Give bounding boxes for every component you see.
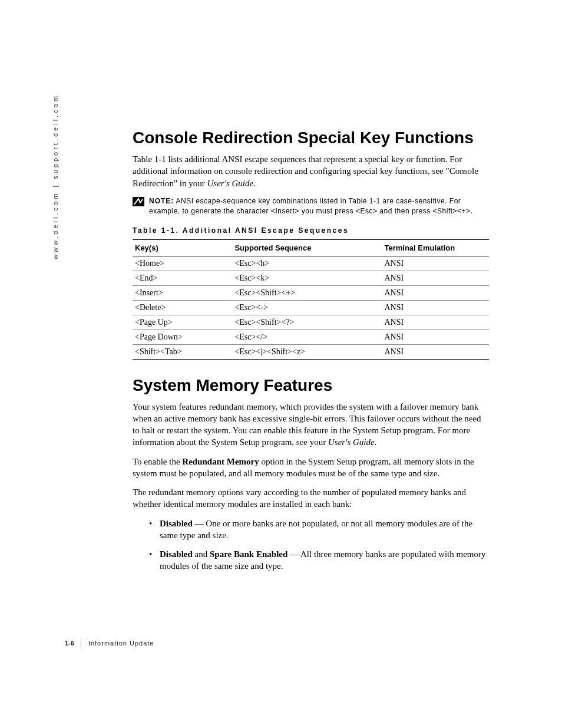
memory-p1-suffix: . (375, 437, 377, 447)
memory-p1-italic: User's Guide (328, 437, 375, 447)
table-cell: <Esc></> (232, 330, 382, 344)
table-cell: <Esc><|><Shift><z> (232, 344, 382, 359)
memory-p2-prefix: To enable the (133, 457, 182, 466)
table-row: <End><Esc><k>ANSI (133, 271, 489, 285)
table-cell: <Delete> (133, 300, 232, 315)
table-row: <Insert><Esc><Shift><+>ANSI (133, 285, 489, 300)
table-row: <Delete><Esc><->ANSI (133, 300, 489, 315)
bullet-bold: Disabled (160, 519, 193, 528)
table-cell: <Insert> (133, 285, 232, 300)
table-cell: <Esc><h> (232, 256, 382, 271)
table-cell: ANSI (382, 271, 489, 285)
note-body: ANSI escape-sequence key combinations li… (149, 197, 472, 215)
table-row: <Page Down><Esc></>ANSI (133, 330, 489, 344)
th-emulation: Terminal Emulation (382, 239, 489, 256)
memory-p2-bold: Redundant Memory (182, 457, 259, 466)
note-label: NOTE: (149, 197, 174, 205)
table-row: <Shift><Tab><Esc><|><Shift><z>ANSI (133, 344, 489, 359)
th-keys: Key(s) (133, 239, 232, 256)
table-header-row: Key(s) Supported Sequence Terminal Emula… (133, 239, 489, 256)
table-cell: ANSI (382, 315, 489, 330)
bullet-text: and (193, 549, 210, 559)
intro-text-prefix: Table 1-1 lists additional ANSI escape s… (133, 154, 478, 188)
escape-sequence-table: Key(s) Supported Sequence Terminal Emula… (133, 239, 489, 360)
table-cell: <Esc><Shift><+> (232, 285, 382, 300)
page-number: 1-6 (65, 640, 74, 647)
memory-p3: The redundant memory options vary accord… (133, 486, 489, 510)
bullet-bold: Disabled (160, 549, 193, 559)
intro-paragraph: Table 1-1 lists additional ANSI escape s… (133, 153, 489, 189)
table-cell: <Home> (133, 256, 232, 271)
footer-separator: | (80, 640, 82, 647)
note-block: NOTE: ANSI escape-sequence key combinati… (133, 196, 489, 217)
memory-p1-prefix: Your system features redundant memory, w… (133, 402, 481, 447)
table-cell: <Esc><-> (232, 300, 382, 315)
intro-text-italic: User's Guide (207, 179, 254, 188)
table-cell: <Page Down> (133, 330, 232, 344)
table-cell: ANSI (382, 285, 489, 300)
side-url-text: www.dell.com | support.dell.com (52, 94, 59, 259)
page-footer: 1-6 | Information Update (65, 640, 154, 647)
intro-text-suffix: . (253, 179, 256, 188)
table-cell: ANSI (382, 344, 489, 359)
section-heading-memory: System Memory Features (133, 376, 489, 395)
table-cell: ANSI (382, 256, 489, 271)
memory-p1: Your system features redundant memory, w… (133, 401, 489, 449)
table-cell: <Esc><Shift><?> (232, 315, 382, 330)
list-item: Disabled and Spare Bank Enabled — All th… (149, 548, 489, 572)
table-cell: ANSI (382, 330, 489, 344)
table-cell: <Shift><Tab> (133, 344, 232, 359)
memory-bullets: Disabled — One or more banks are not pop… (133, 518, 489, 572)
bullet-text: — One or more banks are not populated, o… (160, 519, 472, 540)
table-caption: Table 1-1. Additional ANSI Escape Sequen… (133, 226, 489, 235)
table-cell: <End> (133, 271, 232, 285)
th-sequence: Supported Sequence (232, 239, 382, 256)
table-row: <Page Up><Esc><Shift><?>ANSI (133, 315, 489, 330)
list-item: Disabled — One or more banks are not pop… (149, 518, 489, 542)
note-text: NOTE: ANSI escape-sequence key combinati… (149, 196, 489, 217)
table-cell: <Page Up> (133, 315, 232, 330)
table-row: <Home><Esc><h>ANSI (133, 256, 489, 271)
memory-p2: To enable the Redundant Memory option in… (133, 456, 489, 480)
table-cell: <Esc><k> (232, 271, 382, 285)
note-icon (133, 197, 144, 206)
section-heading-console: Console Redirection Special Key Function… (133, 129, 489, 147)
bullet-bold: Spare Bank Enabled (210, 549, 287, 559)
page-content: Console Redirection Special Key Function… (133, 129, 489, 579)
table-cell: ANSI (382, 300, 489, 315)
footer-title: Information Update (88, 640, 154, 647)
